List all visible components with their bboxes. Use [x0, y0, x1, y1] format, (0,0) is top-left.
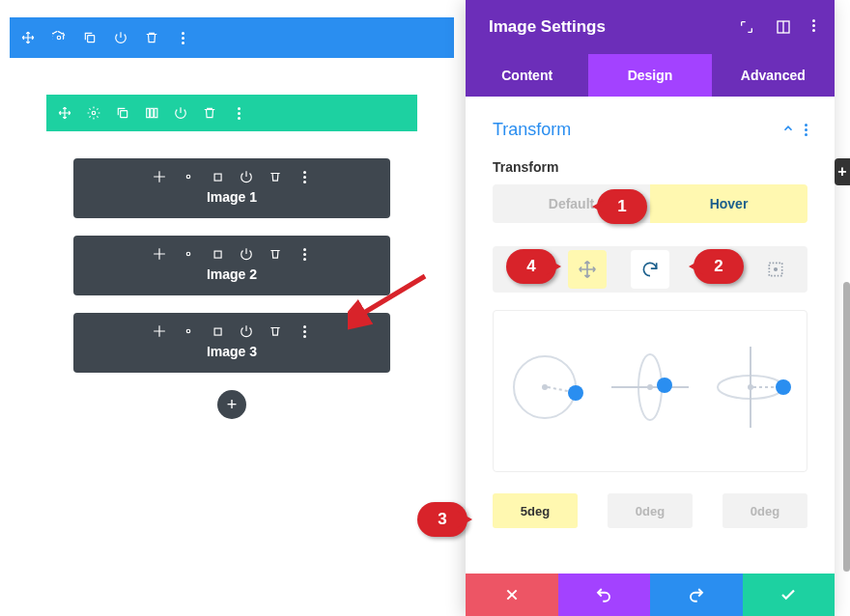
panel-tabs: Content Design Advanced [466, 54, 835, 97]
power-icon[interactable] [240, 170, 253, 183]
trash-icon[interactable] [269, 170, 282, 183]
svg-point-17 [775, 268, 778, 271]
state-toggle: Default Hover [493, 184, 808, 223]
action-bar [466, 574, 835, 616]
svg-rect-4 [147, 108, 150, 117]
module-label: Image 3 [73, 344, 390, 359]
panel-body: Transform Transform Default Hover [466, 97, 835, 574]
rotate-x-input[interactable]: 0deg [608, 493, 693, 528]
module-image[interactable]: Image 2 [73, 236, 390, 295]
move-icon[interactable] [153, 170, 166, 183]
power-icon[interactable] [114, 31, 128, 44]
add-section-handle[interactable]: + [835, 158, 850, 185]
power-icon[interactable] [174, 106, 187, 120]
svg-rect-3 [121, 111, 128, 118]
svg-point-19 [542, 384, 548, 390]
duplicate-icon[interactable] [116, 106, 129, 120]
svg-point-0 [57, 36, 61, 40]
trash-icon[interactable] [145, 31, 158, 44]
callout-marker-2: 2 [694, 249, 744, 284]
svg-point-21 [568, 385, 583, 401]
module-image[interactable]: Image 3 [73, 313, 390, 373]
svg-point-29 [748, 384, 753, 390]
gear-icon[interactable] [52, 31, 66, 44]
transform-translate-icon[interactable] [568, 250, 607, 289]
layout-icon[interactable] [776, 19, 791, 35]
rotation-value-row: 5deg 0deg 0deg [493, 493, 808, 528]
svg-rect-12 [214, 328, 221, 335]
more-icon[interactable] [298, 324, 311, 338]
trash-icon[interactable] [269, 247, 282, 261]
chevron-up-icon[interactable] [781, 122, 795, 139]
tab-content[interactable]: Content [466, 54, 588, 97]
panel-header: Image Settings [466, 0, 835, 54]
cancel-button[interactable] [466, 574, 558, 616]
duplicate-icon[interactable] [83, 31, 97, 44]
more-icon[interactable] [812, 19, 815, 35]
builder-area: Image 1 Image 2 [10, 17, 454, 458]
svg-rect-5 [151, 108, 154, 117]
more-icon[interactable] [298, 170, 311, 183]
gear-icon[interactable] [87, 106, 100, 120]
power-icon[interactable] [240, 247, 253, 261]
more-icon[interactable] [298, 247, 311, 261]
move-icon[interactable] [153, 247, 166, 261]
svg-rect-1 [88, 36, 95, 42]
undo-button[interactable] [558, 574, 651, 616]
tab-design[interactable]: Design [588, 54, 711, 97]
save-button[interactable] [743, 574, 836, 616]
modules-col: Image 1 Image 2 [46, 131, 417, 438]
scrollbar[interactable] [843, 282, 850, 572]
add-module-button[interactable]: + [217, 390, 246, 419]
duplicate-icon[interactable] [211, 247, 224, 261]
transform-origin-icon[interactable] [756, 250, 795, 289]
callout-marker-3: 3 [417, 502, 468, 537]
move-icon[interactable] [153, 324, 166, 338]
transform-rotate-icon[interactable] [631, 250, 669, 289]
panel-title: Image Settings [489, 17, 606, 37]
gear-icon[interactable] [182, 324, 195, 338]
move-icon[interactable] [58, 106, 71, 120]
svg-point-31 [776, 379, 791, 395]
duplicate-icon[interactable] [211, 324, 224, 338]
rotate-y-input[interactable]: 0deg [722, 493, 808, 528]
power-icon[interactable] [240, 324, 253, 338]
svg-point-9 [186, 252, 190, 256]
more-icon[interactable] [805, 124, 808, 136]
tab-advanced[interactable]: Advanced [712, 54, 835, 97]
module-label: Image 1 [73, 189, 390, 205]
row-toolbar[interactable] [46, 95, 417, 131]
gear-icon[interactable] [182, 247, 195, 261]
settings-panel: Image Settings Content Design Advanced T… [466, 0, 835, 616]
svg-rect-8 [214, 174, 221, 181]
gear-icon[interactable] [182, 170, 195, 183]
transform-label: Transform [493, 159, 808, 175]
expand-icon[interactable] [739, 19, 754, 35]
rotate-z-input[interactable]: 5deg [493, 493, 578, 528]
svg-point-2 [92, 111, 96, 115]
duplicate-icon[interactable] [211, 170, 224, 183]
svg-point-11 [186, 329, 190, 333]
module-image[interactable]: Image 1 [73, 158, 390, 218]
trash-icon[interactable] [269, 324, 282, 338]
svg-point-24 [647, 384, 653, 390]
redo-button[interactable] [650, 574, 743, 616]
section-toolbar[interactable] [10, 17, 454, 58]
svg-rect-10 [214, 251, 221, 258]
rotation-diagrams[interactable] [493, 310, 808, 472]
state-hover-tab[interactable]: Hover [650, 184, 808, 223]
columns-icon[interactable] [145, 106, 158, 120]
section: Image 1 Image 2 [10, 17, 454, 458]
callout-marker-4: 4 [506, 249, 556, 284]
svg-point-26 [657, 378, 672, 393]
svg-rect-6 [155, 108, 157, 117]
move-icon[interactable] [21, 31, 35, 44]
section-transform-title[interactable]: Transform [493, 120, 571, 140]
trash-icon[interactable] [203, 106, 216, 120]
callout-marker-1: 1 [597, 189, 647, 224]
svg-point-7 [186, 175, 190, 179]
more-icon[interactable] [176, 31, 189, 44]
row-wrap: Image 1 Image 2 [10, 58, 454, 458]
module-label: Image 2 [73, 266, 390, 282]
more-icon[interactable] [232, 106, 245, 120]
